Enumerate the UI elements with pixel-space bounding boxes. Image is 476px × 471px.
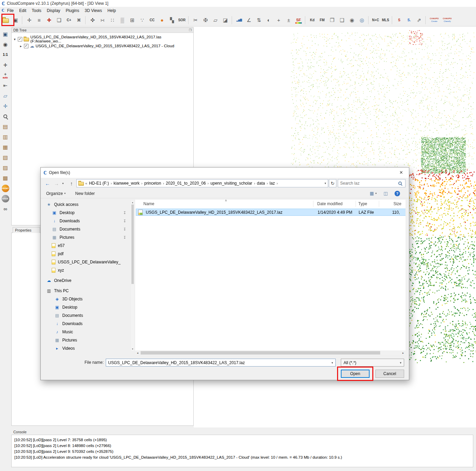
sidebar-item-desktop-pc[interactable]: Desktop ↧	[43, 303, 130, 311]
translate-rotate-icon[interactable]: ✛	[25, 15, 34, 25]
mls-smooth-icon[interactable]: MLS	[381, 15, 390, 25]
dialog-title-bar[interactable]: ℂ Open file(s)	[41, 168, 409, 178]
merge-icon[interactable]: C+	[64, 15, 74, 25]
sidebar-item-pictures-pc[interactable]: Pictures ↧	[43, 336, 130, 344]
sidebar-item-3d-objects[interactable]: 3D Objects ↧	[43, 295, 130, 303]
nav-back-button[interactable]: ←	[43, 179, 52, 187]
menu-item[interactable]: Tools	[29, 8, 44, 14]
column-header-date-modified[interactable]: Date modified	[317, 201, 343, 206]
nav-forward-button[interactable]: →	[52, 179, 61, 187]
column-header-size[interactable]: Size	[380, 201, 401, 206]
dock-float-icon[interactable]: ❐	[189, 28, 192, 32]
display-options-icon[interactable]: ▣	[1, 29, 10, 39]
octree-icon[interactable]: ⊞	[128, 15, 137, 25]
toolbar-item[interactable]	[85, 16, 86, 24]
tree-row-cloud[interactable]: ▸ ✓ ☁ USGS_LPC_DE_DelawareValley_HD_2015…	[13, 42, 192, 49]
back-view-icon[interactable]: ▧	[1, 153, 10, 162]
apply-transform-icon[interactable]: ✚	[44, 15, 54, 25]
primitive-sphere-icon[interactable]: ●	[157, 15, 167, 25]
minmax-icon[interactable]: ⇅	[254, 15, 263, 25]
column-divider[interactable]	[356, 201, 356, 207]
breadcrumb-segment[interactable]: upenn_visiting_scholar ›	[209, 181, 255, 186]
left-view-icon[interactable]: ▨	[1, 163, 10, 172]
new-folder-button[interactable]: New folder	[75, 191, 95, 196]
dialog-close-button[interactable]: ✕	[394, 168, 409, 177]
properties-view-icon[interactable]: ≡	[35, 15, 44, 25]
sidebar-item-documents[interactable]: Documents ↧	[43, 225, 130, 233]
breadcrumb[interactable]: « HD-E1 (F:) › kianwee_work › princeton …	[76, 179, 328, 187]
zoom-tool-icon[interactable]	[1, 112, 10, 121]
global-zoom-icon[interactable]: +	[1, 60, 10, 70]
sidebar-item-music[interactable]: Music ↧	[43, 328, 130, 336]
organize-button[interactable]: Organize ▾	[46, 191, 66, 196]
sidebar-item-downloads-pc[interactable]: Downloads ↧	[43, 320, 130, 328]
tree-cloud-label[interactable]: USGS_LPC_DE_DelawareValley_HD_2015_18SVK…	[36, 44, 174, 48]
curvature-icon[interactable]: ∠	[244, 15, 254, 25]
zoom-1-1-icon[interactable]: 1:1	[1, 50, 10, 59]
scroll-left-icon[interactable]: ◂	[135, 351, 140, 355]
column-divider[interactable]	[379, 201, 379, 207]
sidebar-group-quick-access[interactable]: Quick access	[43, 200, 130, 209]
point-pair-align-icon[interactable]: ∺	[98, 15, 107, 25]
front-view-icon[interactable]: ▦	[1, 142, 10, 152]
breadcrumb-segment[interactable]: princeton ›	[143, 181, 164, 186]
label-add-icon[interactable]: ❐	[327, 15, 337, 25]
sidebar-item-xyz[interactable]: xyz ↧	[43, 266, 130, 274]
breadcrumb-segment[interactable]: data ›	[255, 181, 268, 186]
front-view-badge[interactable]: FRONT	[1, 184, 10, 193]
menu-item[interactable]: Edit	[16, 8, 29, 14]
sort-ascending-icon[interactable]: ∧	[225, 200, 227, 202]
column-header-name[interactable]: Name	[143, 201, 154, 206]
cloud-cloud-distance-icon[interactable]: CC	[147, 15, 157, 25]
scroll-up-icon[interactable]: ▴	[131, 200, 134, 204]
screenshot-icon[interactable]: ◉	[1, 40, 10, 49]
globe-icon[interactable]: ◎	[357, 15, 366, 25]
breadcrumb-dropdown-icon[interactable]: ▾	[324, 182, 326, 185]
noise-filter-icon[interactable]: ▒	[118, 15, 127, 25]
poisson-recon-icon[interactable]: S	[395, 15, 404, 25]
point-picking-icon[interactable]: ✜	[88, 15, 97, 25]
toolbar-item[interactable]	[305, 16, 306, 24]
tree-collapse-icon[interactable]: ▸	[19, 44, 23, 48]
subsample-icon[interactable]: ∷	[108, 15, 117, 25]
clone-icon[interactable]: ❏	[54, 15, 64, 25]
normals-compute-icon[interactable]: N+C	[371, 15, 380, 25]
menu-item[interactable]: Display	[44, 8, 63, 14]
file-row-selected[interactable]: USGS_LPC_DE_DelawareValley_HD_2015_18SVK…	[136, 209, 406, 216]
toolbar-item[interactable]	[188, 16, 189, 24]
scroll-down-icon[interactable]: ▾	[131, 347, 134, 351]
sidebar-scrollbar[interactable]: ▴ ▾	[131, 200, 134, 351]
nav-history-dropdown[interactable]: ▾	[61, 179, 65, 187]
sidebar-item-this-pc[interactable]: This PC	[43, 287, 130, 295]
sidebar-item-desktop[interactable]: Desktop ↧	[43, 209, 130, 217]
stereo-glasses-icon[interactable]: ∞	[1, 204, 10, 213]
tree-checkbox[interactable]: ✓	[24, 44, 28, 48]
sor-filter-icon[interactable]: SOR	[177, 15, 186, 25]
preview-pane-button[interactable]: ◫	[384, 191, 388, 196]
clipping-box-icon[interactable]: ▱	[211, 15, 220, 25]
scrollbar-thumb[interactable]	[131, 204, 134, 284]
tree-expand-icon[interactable]: ▾	[13, 37, 16, 41]
toolbar-item[interactable]	[368, 16, 369, 24]
sidebar-item-downloads[interactable]: Downloads ↧	[43, 217, 130, 225]
label-remove-icon[interactable]: ❑	[337, 15, 347, 25]
pivot-visibility-icon[interactable]: ⇤	[1, 81, 10, 90]
breadcrumb-segment[interactable]: kianwee_work ›	[112, 181, 143, 186]
segment-icon[interactable]: ✂	[191, 15, 200, 25]
histogram-icon[interactable]: ▂▅▇	[234, 15, 244, 25]
bottom-view-icon[interactable]: ▥	[1, 132, 10, 141]
menu-item[interactable]: File	[4, 8, 16, 14]
scroll-right-icon[interactable]: ▸	[401, 351, 406, 355]
cancel-button[interactable]: Cancel	[375, 370, 404, 378]
toolbar-item[interactable]	[425, 16, 426, 24]
right-view-icon[interactable]: ▩	[1, 173, 10, 183]
menu-item[interactable]: 3D Views	[82, 8, 104, 14]
render-sphere-icon[interactable]: ◉	[347, 15, 357, 25]
rasterize-icon[interactable]: ▚	[167, 15, 177, 25]
refresh-button[interactable]: ↻	[329, 179, 336, 187]
search-input[interactable]	[338, 181, 398, 186]
chevron-down-icon[interactable]: ▾	[329, 361, 335, 364]
sf-colorscale-icon[interactable]: SF	[294, 15, 303, 25]
pan-view-icon[interactable]: ✛	[1, 101, 10, 111]
back-view-badge[interactable]: BACK	[1, 194, 10, 203]
